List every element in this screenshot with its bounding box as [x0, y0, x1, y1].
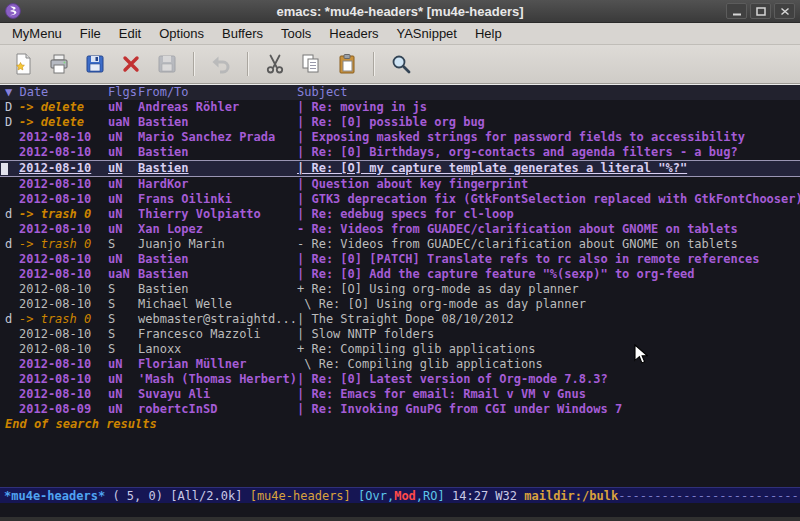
message-flags: uN	[108, 100, 138, 115]
maximize-button[interactable]	[750, 3, 771, 19]
message-row[interactable]: 2012-08-10uNMario Sanchez Prada| Exposin…	[0, 130, 800, 145]
message-row[interactable]: 2012-08-10uNHardKor| Question about key …	[0, 177, 800, 192]
modeline-segment: [mu4e-headers]	[250, 489, 351, 503]
end-of-search-results: End of search results	[0, 417, 800, 432]
message-subject: - Re: Videos from GUADEC/clarification a…	[297, 237, 800, 252]
message-date: 2012-08-10	[19, 372, 108, 387]
close-icon[interactable]	[116, 49, 146, 79]
message-row[interactable]: 2012-08-10uNBastien| Re: [0] [PATCH] Tra…	[0, 252, 800, 267]
message-date: 2012-08-10	[19, 327, 108, 342]
search-icon[interactable]	[386, 49, 416, 79]
message-date: 2012-08-10	[19, 282, 108, 297]
message-mark	[5, 327, 19, 342]
message-row[interactable]: D-> deleteuNAndreas Röhler| Re: moving i…	[0, 100, 800, 115]
modeline-segment: *mu4e-headers*	[4, 489, 105, 503]
message-mark: d	[5, 237, 19, 252]
message-subject: | Re: [0] [PATCH] Translate refs to rc a…	[297, 252, 800, 267]
titlebar[interactable]: emacs: *mu4e-headers* [mu4e-headers]	[0, 0, 800, 23]
minimize-button[interactable]	[726, 3, 747, 19]
message-from: HardKor	[138, 177, 297, 192]
modeline-segment: ----------------------------------------…	[618, 489, 800, 503]
message-subject: | The Straight Dope 08/10/2012	[297, 312, 800, 327]
echo-area-minibuffer[interactable]	[0, 503, 800, 517]
message-row[interactable]: 2012-08-10uNXan Lopez- Re: Videos from G…	[0, 222, 800, 237]
mu4e-headers-buffer[interactable]: ▼ DateFlgsFrom/ToSubject D-> deleteuNAnd…	[0, 84, 800, 487]
message-from: Thierry Volpiatto	[138, 207, 297, 222]
menu-item-tools[interactable]: Tools	[272, 24, 320, 43]
modeline[interactable]: *mu4e-headers* ( 5, 0) [All/2.0k] [mu4e-…	[0, 487, 800, 503]
message-row[interactable]: 2012-08-10uNBastien| Re: [0] Birthdays, …	[0, 145, 800, 160]
message-row[interactable]: 2012-08-10uaNBastien| Re: [0] Add the ca…	[0, 267, 800, 282]
message-flags: S	[108, 312, 138, 327]
message-date: 2012-08-10	[19, 267, 108, 282]
menu-item-options[interactable]: Options	[150, 24, 213, 43]
menu-item-file[interactable]: File	[71, 24, 110, 43]
message-flags: uN	[108, 177, 138, 192]
message-row[interactable]: 2012-08-10SLanoxx+ Re: Compiling glib ap…	[0, 342, 800, 357]
copy-icon[interactable]	[296, 49, 326, 79]
message-from: 'Mash (Thomas Herbert)	[138, 372, 297, 387]
message-from: Frans Oilinki	[138, 192, 297, 207]
message-date: 2012-08-10	[19, 357, 108, 372]
message-mark	[5, 130, 19, 145]
message-row[interactable]: D-> deleteuaNBastien| Re: [0] possible o…	[0, 115, 800, 130]
message-row[interactable]: 2012-08-10uNSuvayu Ali| Re: Emacs for em…	[0, 387, 800, 402]
message-mark	[5, 402, 19, 417]
message-row[interactable]: 2012-08-10SMichael Welle \ Re: [O] Using…	[0, 297, 800, 312]
message-from: Xan Lopez	[138, 222, 297, 237]
message-row[interactable]: d-> trash 0SJuanjo Marin- Re: Videos fro…	[0, 237, 800, 252]
column-header-subject[interactable]: Subject	[297, 85, 800, 100]
close-icon	[780, 7, 790, 16]
message-mark: D	[5, 100, 19, 115]
save-icon[interactable]	[80, 49, 110, 79]
toolbar-separator	[247, 52, 249, 76]
menu-item-headers[interactable]: Headers	[320, 24, 387, 43]
menu-item-edit[interactable]: Edit	[110, 24, 150, 43]
menu-item-buffers[interactable]: Buffers	[213, 24, 272, 43]
message-flags: uN	[108, 145, 138, 160]
message-row[interactable]: 2012-08-10uNBastien| Re: [O] my capture …	[0, 160, 800, 177]
message-date: 2012-08-10	[19, 145, 108, 160]
message-mark	[5, 192, 19, 207]
message-date: 2012-08-10	[19, 161, 108, 176]
message-from: robertcInSD	[138, 402, 297, 417]
message-date: 2012-08-10	[19, 297, 108, 312]
close-button[interactable]	[774, 3, 795, 19]
message-mark	[5, 282, 19, 297]
message-row[interactable]: 2012-08-09uNrobertcInSD| Re: Invoking Gn…	[0, 402, 800, 417]
message-row[interactable]: 2012-08-10uN'Mash (Thomas Herbert)| Re: …	[0, 372, 800, 387]
message-from: Bastien	[138, 252, 297, 267]
message-list: D-> deleteuNAndreas Röhler| Re: moving i…	[0, 100, 800, 417]
message-row[interactable]: 2012-08-10SFrancesco Mazzoli| Slow NNTP …	[0, 327, 800, 342]
message-row[interactable]: d-> trash 0Swebmaster@straightd...| The …	[0, 312, 800, 327]
message-row[interactable]: d-> trash 0uNThierry Volpiatto| Re: edeb…	[0, 207, 800, 222]
emacs-window: emacs: *mu4e-headers* [mu4e-headers] MyM…	[0, 0, 800, 521]
message-mark	[5, 222, 19, 237]
column-header-flags[interactable]: Flgs	[108, 85, 138, 100]
new-file-icon[interactable]	[8, 49, 38, 79]
message-from: Francesco Mazzoli	[138, 327, 297, 342]
menu-item-help[interactable]: Help	[466, 24, 511, 43]
message-date: 2012-08-10	[19, 387, 108, 402]
message-subject: | Exposing masked strings for password f…	[297, 130, 800, 145]
menu-item-mymenu[interactable]: MyMenu	[3, 24, 71, 43]
modeline-segment: [Ovr,	[358, 489, 394, 503]
toolbar	[0, 45, 800, 84]
message-row[interactable]: 2012-08-10uNFrans Oilinki| GTK3 deprecat…	[0, 192, 800, 207]
menu-item-yasnippet[interactable]: YASnippet	[387, 24, 465, 43]
message-flags: S	[108, 327, 138, 342]
message-flags: uN	[108, 161, 138, 176]
modeline-segment	[351, 489, 358, 503]
paste-icon[interactable]	[332, 49, 362, 79]
column-header-from-to[interactable]: From/To	[138, 85, 297, 100]
message-row[interactable]: 2012-08-10SBastien+ Re: [O] Using org-mo…	[0, 282, 800, 297]
message-flags: uN	[108, 207, 138, 222]
message-from: Bastien	[138, 267, 297, 282]
cut-icon[interactable]	[260, 49, 290, 79]
column-header-date[interactable]: ▼ Date	[5, 85, 108, 100]
headers-column-row: ▼ DateFlgsFrom/ToSubject	[0, 85, 800, 100]
message-row[interactable]: 2012-08-10uNFlorian Müllner \ Re: Compil…	[0, 357, 800, 372]
print-icon[interactable]	[44, 49, 74, 79]
modeline-segment: maildir:/bulk	[524, 489, 618, 503]
message-date: -> trash 0	[19, 207, 108, 222]
